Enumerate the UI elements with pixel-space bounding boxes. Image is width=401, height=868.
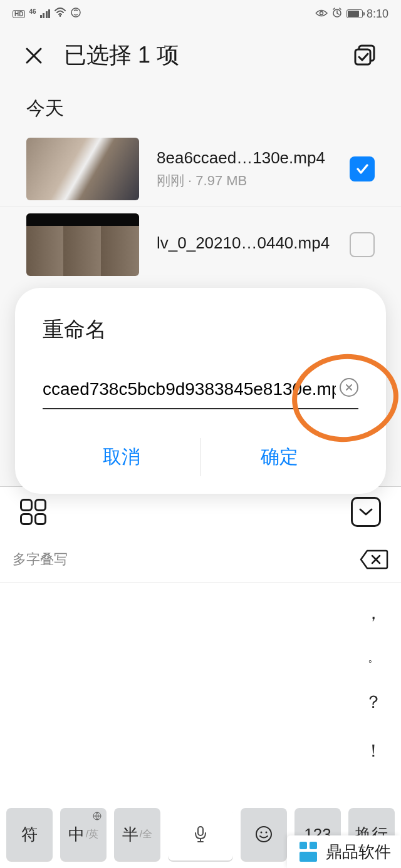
svg-point-9 (261, 832, 263, 834)
rename-input[interactable] (43, 375, 358, 409)
page-title: 已选择 1 项 (64, 40, 333, 71)
status-bar: HD 46 8:10 (0, 0, 401, 28)
svg-point-2 (320, 11, 323, 14)
emoji-icon (254, 825, 273, 844)
svg-rect-12 (310, 842, 317, 849)
svg-point-10 (266, 832, 268, 834)
file-row[interactable]: lv_0_20210…0440.mp4 (0, 207, 401, 282)
file-meta: 刚刚 · 7.97 MB (157, 171, 332, 190)
file-name: 8ea6ccaed…130e.mp4 (157, 148, 332, 168)
checkbox[interactable] (350, 156, 375, 181)
mic-icon (192, 825, 209, 844)
keyboard: 多字叠写 ， 。 ？ ！ 符 中/英 半/全 123 换行 (0, 486, 401, 868)
header: 已选择 1 项 (0, 28, 401, 83)
nfc-icon (70, 7, 81, 21)
handwriting-area[interactable]: ， 。 ？ ！ (0, 583, 401, 808)
watermark: 鼎品软件 (287, 835, 400, 868)
hd-icon: HD (13, 10, 25, 18)
svg-point-8 (256, 827, 271, 842)
symbol-key[interactable]: ？ (365, 690, 382, 714)
checkbox[interactable] (350, 232, 375, 257)
file-row[interactable]: 8ea6ccaed…130e.mp4 刚刚 · 7.97 MB (0, 131, 401, 207)
svg-rect-7 (198, 827, 203, 835)
eye-icon (315, 8, 328, 21)
space-key[interactable] (168, 808, 233, 860)
watermark-text: 鼎品软件 (326, 841, 391, 863)
language-key[interactable]: 中/英 (60, 808, 107, 860)
globe-icon (93, 812, 102, 822)
svg-rect-13 (299, 852, 317, 862)
cancel-button[interactable]: 取消 (43, 432, 200, 483)
symbol-key[interactable]: ， (365, 601, 382, 625)
signal-icon (40, 9, 51, 18)
svg-point-0 (60, 14, 61, 16)
symbols-key[interactable]: 符 (6, 808, 53, 860)
section-today: 今天 (0, 83, 401, 131)
thumbnail (26, 138, 139, 200)
keyboard-layout-icon[interactable] (20, 499, 46, 525)
rename-dialog: 重命名 取消 确定 (15, 288, 386, 494)
keyboard-collapse-icon[interactable] (351, 497, 381, 527)
half-full-key[interactable]: 半/全 (114, 808, 160, 860)
symbol-key[interactable]: ！ (365, 739, 382, 763)
emoji-key[interactable] (241, 808, 287, 860)
candidate-label: 多字叠写 (13, 550, 358, 569)
dialog-title: 重命名 (43, 315, 358, 344)
svg-rect-5 (355, 49, 370, 64)
thumbnail (26, 213, 139, 276)
watermark-logo (296, 839, 321, 864)
close-button[interactable] (23, 44, 45, 67)
clear-input-button[interactable] (340, 378, 358, 397)
battery-icon (346, 9, 363, 18)
confirm-button[interactable]: 确定 (201, 432, 359, 483)
svg-point-1 (71, 8, 80, 17)
file-name: lv_0_20210…0440.mp4 (157, 233, 332, 253)
symbol-key[interactable]: 。 (368, 650, 379, 665)
alarm-icon (331, 7, 343, 21)
select-all-button[interactable] (352, 43, 378, 69)
wifi-icon (54, 8, 66, 21)
backspace-key[interactable] (358, 547, 388, 572)
svg-rect-11 (299, 842, 307, 849)
status-time: 8:10 (367, 8, 388, 21)
